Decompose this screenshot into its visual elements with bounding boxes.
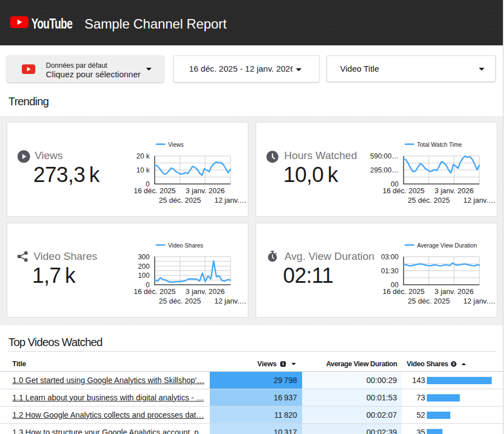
svg-text:Average View Duration: Average View Duration <box>417 242 477 249</box>
svg-text:Video Shares: Video Shares <box>168 242 204 249</box>
svg-text:01:30: 01:30 <box>381 267 398 275</box>
svg-text:295:00…: 295:00… <box>370 166 399 174</box>
svg-text:12 janv.…: 12 janv.… <box>463 297 496 305</box>
svg-text:25 déc. 2025: 25 déc. 2025 <box>408 297 450 305</box>
svg-text:25 déc. 2025: 25 déc. 2025 <box>159 297 201 305</box>
svg-text:3 janv. 2026: 3 janv. 2026 <box>186 287 225 296</box>
svg-text:12 janv.…: 12 janv.… <box>463 196 496 204</box>
svg-text:25 déc. 2025: 25 déc. 2025 <box>408 196 450 204</box>
svg-text:16 déc. 2025: 16 déc. 2025 <box>383 186 425 195</box>
svg-text:12 janv.…: 12 janv.… <box>214 196 247 204</box>
svg-text:03:00: 03:00 <box>381 253 398 261</box>
svg-text:10 k: 10 k <box>136 166 150 174</box>
svg-text:20 k: 20 k <box>136 152 150 160</box>
svg-text:16 déc. 2025: 16 déc. 2025 <box>134 186 176 195</box>
svg-text:300: 300 <box>138 253 150 261</box>
svg-text:3 janv. 2026: 3 janv. 2026 <box>435 186 474 195</box>
svg-text:16 déc. 2025: 16 déc. 2025 <box>383 287 425 296</box>
svg-text:3 janv. 2026: 3 janv. 2026 <box>435 287 474 296</box>
svg-text:Total Watch Time: Total Watch Time <box>417 141 462 148</box>
svg-text:16 déc. 2025: 16 déc. 2025 <box>134 287 176 296</box>
svg-text:25 déc. 2025: 25 déc. 2025 <box>159 196 201 204</box>
svg-text:3 janv. 2026: 3 janv. 2026 <box>186 186 225 195</box>
svg-text:Views: Views <box>168 141 184 148</box>
svg-text:590:00…: 590:00… <box>370 152 399 160</box>
svg-text:12 janv.…: 12 janv.… <box>214 297 247 305</box>
svg-text:100: 100 <box>138 272 150 279</box>
svg-text:200: 200 <box>138 263 150 270</box>
